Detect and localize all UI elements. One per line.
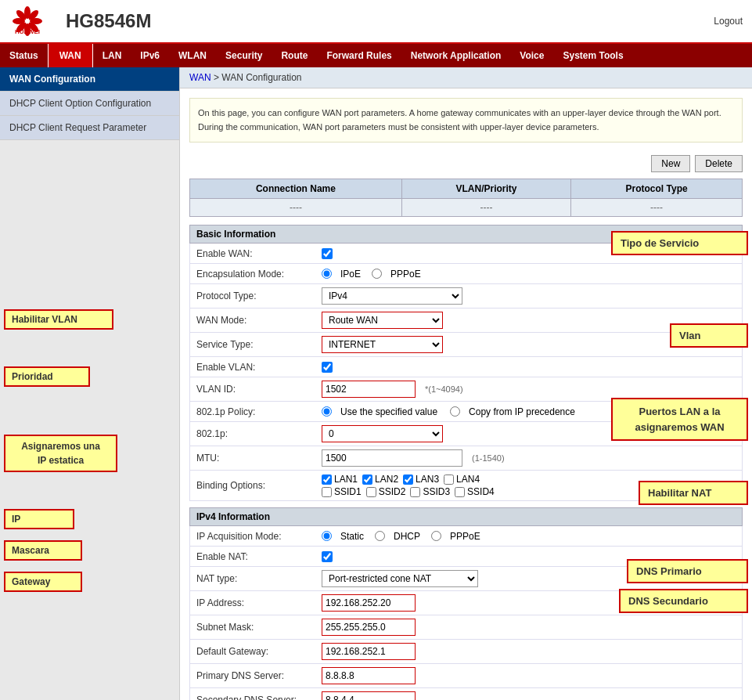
protocol-select[interactable]: IPv4 (322, 287, 462, 305)
gateway-input[interactable] (322, 643, 416, 660)
policy-specified-radio[interactable] (322, 406, 332, 417)
ip-dhcp-radio[interactable] (375, 531, 385, 541)
secondary-dns-row: Secondary DNS Server: (189, 688, 743, 700)
binding-lan1-checkbox[interactable] (322, 474, 332, 485)
binding-lan2-checkbox[interactable] (362, 474, 372, 485)
binding-label: Binding Options: (196, 480, 322, 491)
dot1p-select[interactable]: 0 (322, 425, 443, 442)
nav-voice[interactable]: Voice (510, 44, 553, 67)
vlan-id-hint: *(1~4094) (425, 384, 463, 394)
ip-address-input[interactable] (322, 594, 416, 612)
nat-type-select[interactable]: Port-restricted cone NAT (322, 570, 478, 587)
annot-ip: IP (4, 509, 74, 529)
subnet-input[interactable] (322, 619, 416, 636)
enable-wan-checkbox[interactable] (322, 248, 333, 259)
nav-route[interactable]: Route (272, 44, 317, 67)
ip-pppoe-radio[interactable] (431, 531, 441, 541)
gateway-label: Default Gateway: (196, 646, 322, 657)
service-type-row: Service Type: INTERNET (189, 333, 743, 357)
wan-mode-label: WAN Mode: (196, 315, 322, 326)
ip-pppoe-label: PPPoE (450, 531, 480, 542)
table-row: ---- ---- ---- (190, 199, 743, 217)
encap-ipoe-label: IPoE (340, 269, 361, 280)
annot-tipo-servicio: Tipo de Servicio (611, 231, 748, 255)
delete-button[interactable]: Delete (695, 155, 743, 172)
annot-puertos-lan: Puertos LAN a laasignaremos WAN (611, 398, 748, 441)
binding-ssid2-checkbox[interactable] (366, 487, 376, 497)
basic-info-section: Basic Information Enable WAN: Encapsulat… (189, 225, 743, 501)
nav-lan[interactable]: LAN (93, 44, 131, 67)
logout-button[interactable]: Logout (714, 16, 743, 27)
primary-dns-label: Primary DNS Server: (196, 670, 322, 681)
policy-copy-radio[interactable] (450, 406, 460, 417)
subnet-row: Subnet Mask: (189, 615, 743, 640)
binding-ssid4-checkbox[interactable] (455, 487, 465, 497)
ip-dhcp-label: DHCP (394, 531, 420, 542)
vlan-id-label: VLAN ID: (196, 384, 322, 395)
ip-acq-label: IP Acquisition Mode: (196, 531, 322, 542)
sidebar-item-dhcp-request[interactable]: DHCP Client Request Parameter (0, 116, 179, 140)
col-vlan-priority: VLAN/Priority (401, 179, 570, 199)
primary-dns-input[interactable] (322, 667, 416, 684)
mtu-input[interactable] (322, 449, 462, 467)
nav-wan[interactable]: WAN (48, 44, 93, 67)
new-button[interactable]: New (651, 155, 690, 172)
binding-ssid3-checkbox[interactable] (410, 487, 420, 497)
breadcrumb: WAN > WAN Configuration (180, 67, 752, 88)
enable-wan-label: Enable WAN: (196, 248, 322, 259)
subnet-label: Subnet Mask: (196, 622, 322, 633)
action-bar: New Delete (180, 152, 752, 175)
nat-type-label: NAT type: (196, 573, 322, 584)
protocol-row: Protocol Type: IPv4 (189, 284, 743, 309)
protocol-label: Protocol Type: (196, 290, 322, 301)
secondary-dns-input[interactable] (322, 691, 416, 700)
secondary-dns-label: Secondary DNS Server: (196, 695, 322, 700)
nav-network-app[interactable]: Network Application (401, 44, 511, 67)
annot-dns-primario: DNS Primario (627, 559, 748, 583)
annot-habilitar-nat: Habilitar NAT (639, 481, 748, 505)
nav-ipv6[interactable]: IPv6 (131, 44, 169, 67)
annot-dns-secundario: DNS Secundario (619, 589, 748, 613)
vlan-id-input[interactable] (322, 381, 416, 398)
huawei-logo: HUAWEI (9, 6, 45, 36)
service-type-select[interactable]: INTERNET (322, 336, 443, 353)
enable-vlan-checkbox[interactable] (322, 362, 333, 373)
enable-nat-label: Enable NAT: (196, 551, 322, 562)
annot-vlan: Vlan (670, 323, 748, 348)
encap-label: Encapsulation Mode: (196, 269, 322, 280)
info-box: On this page, you can configure WAN port… (189, 98, 743, 143)
device-name: HG8546M (58, 10, 151, 32)
section-ipv4-header: IPv4 Information (189, 507, 743, 526)
ip-static-radio[interactable] (322, 531, 332, 541)
col-connection-name: Connection Name (190, 179, 402, 199)
annot-prioridad: Prioridad (4, 366, 90, 387)
nav-system-tools[interactable]: System Tools (553, 44, 632, 67)
binding-lan4-checkbox[interactable] (444, 474, 454, 485)
breadcrumb-root[interactable]: WAN (189, 72, 211, 83)
annot-asignar-ip: Asignaremos unaIP estatica (4, 435, 117, 472)
dot1p-label: 802.1p: (196, 428, 322, 439)
wan-mode-select[interactable]: Route WAN (322, 312, 443, 329)
sidebar-item-dhcp-option[interactable]: DHCP Client Option Configuration (0, 92, 179, 116)
encap-row: Encapsulation Mode: IPoE PPPoE (189, 264, 743, 284)
enable-vlan-row: Enable VLAN: (189, 357, 743, 377)
binding-lan3-checkbox[interactable] (403, 474, 413, 485)
breadcrumb-current: WAN Configuration (221, 72, 301, 83)
enable-nat-checkbox[interactable] (322, 551, 333, 562)
nav-bar: Status WAN LAN IPv6 WLAN Security Route … (0, 44, 752, 67)
nav-status[interactable]: Status (0, 44, 48, 67)
annot-gateway: Gateway (4, 572, 82, 592)
mtu-label: MTU: (196, 453, 322, 464)
nav-forward-rules[interactable]: Forward Rules (317, 44, 401, 67)
encap-pppoe-radio[interactable] (372, 269, 382, 279)
policy-copy-label: Copy from IP precedence (469, 406, 575, 417)
col-protocol-type: Protocol Type (571, 179, 743, 199)
policy-specified-label: Use the specified value (340, 406, 437, 417)
binding-ssid1-checkbox[interactable] (322, 487, 332, 497)
nav-wlan[interactable]: WLAN (169, 44, 216, 67)
nav-security[interactable]: Security (216, 44, 272, 67)
policy-label: 802.1p Policy: (196, 406, 322, 417)
sidebar-item-wan-config[interactable]: WAN Configuration (0, 67, 179, 92)
encap-ipoe-radio[interactable] (322, 269, 332, 279)
mtu-row: MTU: (1-1540) (189, 446, 743, 471)
